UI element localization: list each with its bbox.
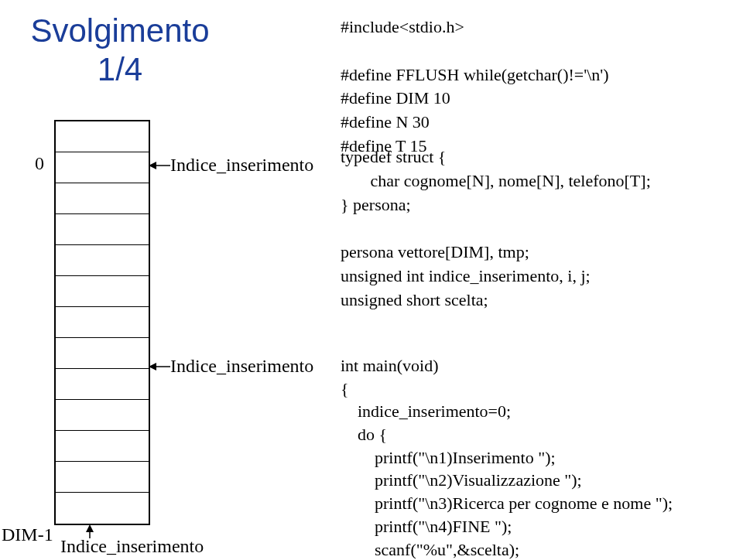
array-cell [56, 245, 149, 276]
arrow-icon [149, 362, 170, 371]
slide-title: Svolgimento 1/4 [12, 12, 228, 90]
array-container [54, 120, 150, 525]
array-cell [56, 462, 149, 493]
title-line2: 1/4 [12, 50, 228, 89]
svg-marker-3 [149, 363, 156, 370]
svg-marker-5 [86, 524, 94, 532]
code-block-3: int main(void) { indice_inserimento=0; d… [341, 354, 673, 560]
arrow2-label: Indice_inserimento [170, 356, 313, 377]
array-cell [56, 369, 149, 400]
array-cell [56, 338, 149, 369]
array-diagram [54, 120, 150, 525]
arrow3-label: Indice_inserimento [60, 536, 204, 557]
title-line1: Svolgimento [30, 12, 209, 49]
array-cell [56, 121, 149, 152]
array-cell [56, 431, 149, 462]
array-cell [56, 307, 149, 338]
array-cell [56, 400, 149, 431]
arrow1-label: Indice_inserimento [170, 155, 313, 176]
array-cell [56, 493, 149, 524]
index-label-dim: DIM-1 [2, 524, 53, 545]
code-block-1: #include<stdio.h> #define FFLUSH while(g… [341, 15, 609, 159]
array-cell [56, 276, 149, 307]
array-cell [56, 152, 149, 183]
array-cell [56, 214, 149, 245]
svg-marker-1 [149, 162, 156, 169]
index-label-0: 0 [35, 153, 44, 174]
array-cell [56, 183, 149, 214]
code-block-2: typedef struct { char cognome[N], nome[N… [341, 145, 651, 312]
arrow-icon [149, 161, 170, 170]
